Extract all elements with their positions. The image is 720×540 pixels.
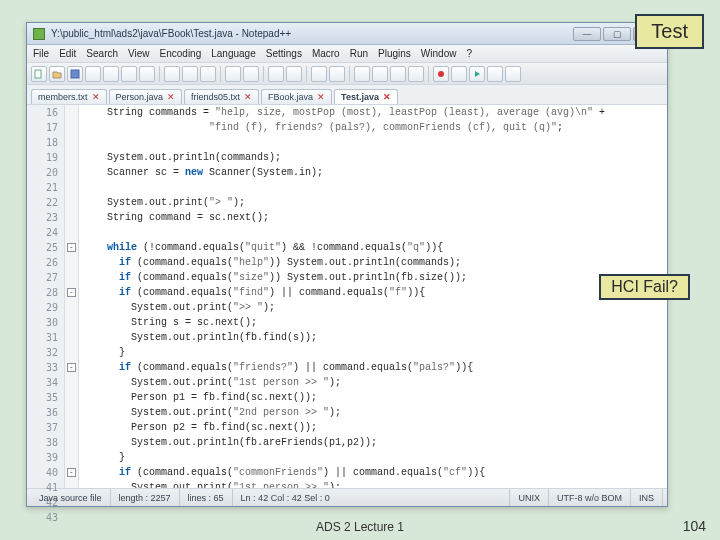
tab-fbook[interactable]: FBook.java✕ xyxy=(261,89,332,104)
menu-view[interactable]: View xyxy=(128,48,150,59)
cut-icon[interactable] xyxy=(164,66,180,82)
find-icon[interactable] xyxy=(268,66,284,82)
code-line[interactable]: System.out.print("1st person >> "); xyxy=(83,480,667,488)
menubar: File Edit Search View Encoding Language … xyxy=(27,45,667,63)
macro-save-icon[interactable] xyxy=(505,66,521,82)
code-line[interactable]: Person p2 = fb.find(sc.next()); xyxy=(83,420,667,435)
close-all-icon[interactable] xyxy=(121,66,137,82)
macro-fastplay-icon[interactable] xyxy=(487,66,503,82)
code-line[interactable] xyxy=(83,180,667,195)
tab-members[interactable]: members.txt✕ xyxy=(31,89,107,104)
menu-language[interactable]: Language xyxy=(211,48,256,59)
menu-plugins[interactable]: Plugins xyxy=(378,48,411,59)
line-number: 29 xyxy=(27,300,58,315)
code-line[interactable]: System.out.print("1st person >> "); xyxy=(83,375,667,390)
callout-test: Test xyxy=(635,14,704,49)
code-line[interactable]: } xyxy=(83,345,667,360)
zoom-in-icon[interactable] xyxy=(311,66,327,82)
menu-settings[interactable]: Settings xyxy=(266,48,302,59)
close-icon[interactable]: ✕ xyxy=(244,92,252,102)
fold-marker xyxy=(65,165,78,180)
code-line[interactable]: Person p1 = fb.find(sc.next()); xyxy=(83,390,667,405)
statusbar: Java source file length : 2257 lines : 6… xyxy=(27,488,667,506)
code-line[interactable]: String command = sc.next(); xyxy=(83,210,667,225)
fold-marker xyxy=(65,315,78,330)
tab-person[interactable]: Person.java✕ xyxy=(109,89,183,104)
code-line[interactable]: System.out.print("> "); xyxy=(83,195,667,210)
code-line[interactable]: if (command.equals("friends?") || comman… xyxy=(83,360,667,375)
new-file-icon[interactable] xyxy=(31,66,47,82)
code-line[interactable]: String s = sc.next(); xyxy=(83,315,667,330)
code-line[interactable]: while (!command.equals("quit") && !comma… xyxy=(83,240,667,255)
zoom-out-icon[interactable] xyxy=(329,66,345,82)
code-line[interactable] xyxy=(83,135,667,150)
tab-label: Person.java xyxy=(116,92,164,102)
save-icon[interactable] xyxy=(67,66,83,82)
fold-marker xyxy=(65,450,78,465)
outdent-icon[interactable] xyxy=(408,66,424,82)
close-icon[interactable]: ✕ xyxy=(383,92,391,102)
titlebar: Y:\public_html\ads2\java\FBook\Test.java… xyxy=(27,23,667,45)
code-line[interactable]: if (command.equals("help")) System.out.p… xyxy=(83,255,667,270)
menu-help[interactable]: ? xyxy=(466,48,472,59)
print-icon[interactable] xyxy=(139,66,155,82)
toolbar-separator xyxy=(220,66,221,82)
close-icon[interactable]: ✕ xyxy=(92,92,100,102)
slide-footer: ADS 2 Lecture 1 xyxy=(0,520,720,534)
line-number: 22 xyxy=(27,195,58,210)
fold-marker[interactable]: - xyxy=(65,285,78,300)
macro-record-icon[interactable] xyxy=(433,66,449,82)
save-all-icon[interactable] xyxy=(85,66,101,82)
menu-search[interactable]: Search xyxy=(86,48,118,59)
fold-marker xyxy=(65,345,78,360)
fold-marker xyxy=(65,300,78,315)
code-line[interactable] xyxy=(83,225,667,240)
fold-marker[interactable]: - xyxy=(65,360,78,375)
redo-icon[interactable] xyxy=(243,66,259,82)
macro-play-icon[interactable] xyxy=(469,66,485,82)
code-line[interactable]: if (command.equals("commonFriends") || c… xyxy=(83,465,667,480)
tab-test[interactable]: Test.java✕ xyxy=(334,89,398,104)
code-line[interactable]: System.out.print(">> "); xyxy=(83,300,667,315)
open-file-icon[interactable] xyxy=(49,66,65,82)
line-number: 27 xyxy=(27,270,58,285)
code-line[interactable]: "find (f), friends? (pals?), commonFrien… xyxy=(83,120,667,135)
toolbar-separator xyxy=(159,66,160,82)
menu-encoding[interactable]: Encoding xyxy=(160,48,202,59)
menu-edit[interactable]: Edit xyxy=(59,48,76,59)
code-line[interactable]: Scanner sc = new Scanner(System.in); xyxy=(83,165,667,180)
wordwrap-icon[interactable] xyxy=(354,66,370,82)
line-number: 30 xyxy=(27,315,58,330)
maximize-button[interactable]: ▢ xyxy=(603,27,631,41)
macro-stop-icon[interactable] xyxy=(451,66,467,82)
code-line[interactable]: System.out.println(commands); xyxy=(83,150,667,165)
menu-window[interactable]: Window xyxy=(421,48,457,59)
menu-macro[interactable]: Macro xyxy=(312,48,340,59)
menu-run[interactable]: Run xyxy=(350,48,368,59)
code-line[interactable]: String commands = "help, size, mostPop (… xyxy=(83,105,667,120)
code-area[interactable]: String commands = "help, size, mostPop (… xyxy=(79,105,667,488)
menu-file[interactable]: File xyxy=(33,48,49,59)
show-symbols-icon[interactable] xyxy=(372,66,388,82)
minimize-button[interactable]: — xyxy=(573,27,601,41)
close-file-icon[interactable] xyxy=(103,66,119,82)
line-number: 23 xyxy=(27,210,58,225)
code-line[interactable]: System.out.println(fb.areFriends(p1,p2))… xyxy=(83,435,667,450)
code-line[interactable]: if (command.equals("size")) System.out.p… xyxy=(83,270,667,285)
code-line[interactable]: } xyxy=(83,450,667,465)
fold-marker xyxy=(65,150,78,165)
fold-marker[interactable]: - xyxy=(65,240,78,255)
tab-friends[interactable]: friends05.txt✕ xyxy=(184,89,259,104)
fold-marker[interactable]: - xyxy=(65,465,78,480)
indent-icon[interactable] xyxy=(390,66,406,82)
code-line[interactable]: System.out.print("2nd person >> "); xyxy=(83,405,667,420)
paste-icon[interactable] xyxy=(200,66,216,82)
code-line[interactable]: System.out.println(fb.find(s)); xyxy=(83,330,667,345)
line-number: 36 xyxy=(27,405,58,420)
copy-icon[interactable] xyxy=(182,66,198,82)
replace-icon[interactable] xyxy=(286,66,302,82)
close-icon[interactable]: ✕ xyxy=(317,92,325,102)
undo-icon[interactable] xyxy=(225,66,241,82)
code-line[interactable]: if (command.equals("find") || command.eq… xyxy=(83,285,667,300)
close-icon[interactable]: ✕ xyxy=(167,92,175,102)
